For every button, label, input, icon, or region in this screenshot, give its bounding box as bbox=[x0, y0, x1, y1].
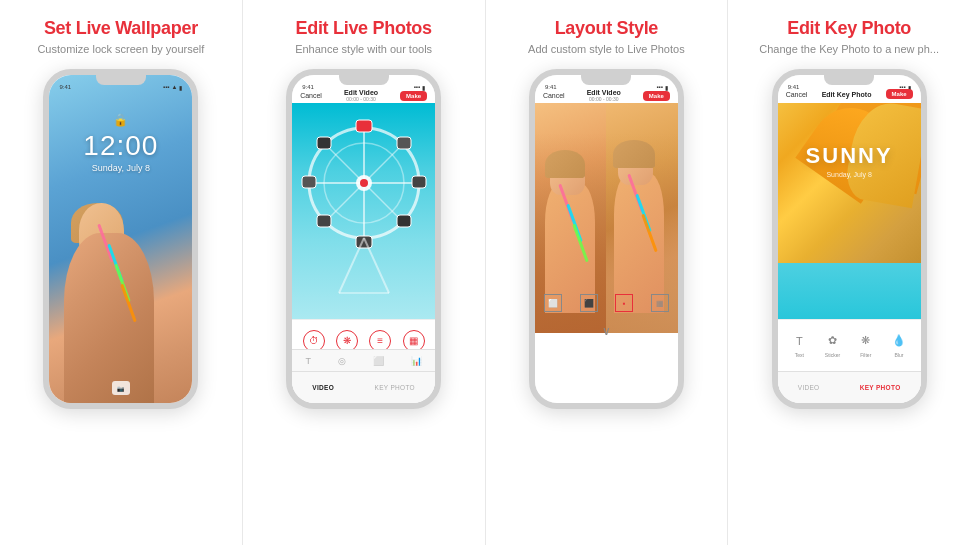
wallpaper-background: 9:41 ▪▪▪ ▲ ▮ 🔒 12:00 Sunday, July 8 bbox=[49, 75, 192, 403]
girl-left-hair bbox=[545, 150, 585, 178]
make-button-2[interactable]: Make bbox=[400, 91, 427, 101]
edit-header-4: Cancel Edit Key Photo Make bbox=[778, 89, 921, 99]
make-button-4[interactable]: Make bbox=[886, 89, 913, 99]
header-center-3: Edit Video 00:00 - 00:30 bbox=[587, 89, 621, 102]
key-toolbar-filter[interactable]: ❋ Filter bbox=[857, 332, 875, 358]
chevron-down-icon[interactable]: ∨ bbox=[602, 324, 611, 338]
svg-line-17 bbox=[364, 238, 389, 293]
phone-screen-3: 9:41 ▪▪▪ ▮ Cancel Edit Video 00:00 - 00:… bbox=[535, 75, 678, 403]
status-icons-1: ▪▪▪ ▲ ▮ bbox=[163, 84, 182, 91]
bottom-tabs-2: VIDEO KEY PHOTO bbox=[292, 371, 435, 403]
lock-icon: 🔒 bbox=[113, 113, 128, 127]
panel-4-title: Edit Key Photo bbox=[787, 18, 911, 39]
header-title-3: Edit Video bbox=[587, 89, 621, 96]
sunny-date: Sunday, July 8 bbox=[778, 171, 921, 178]
cancel-label-2[interactable]: Cancel bbox=[300, 92, 322, 99]
text-icon: T bbox=[790, 332, 808, 350]
panel-1-title: Set Live Wallpaper bbox=[44, 18, 198, 39]
svg-line-16 bbox=[339, 238, 364, 293]
panel-3-title: Layout Style bbox=[555, 18, 658, 39]
lock-time: 12:00 bbox=[83, 130, 158, 162]
key-toolbar: T Text ✿ Sticker ❋ Filter 💧 Blur bbox=[778, 319, 921, 369]
svg-rect-8 bbox=[302, 176, 316, 188]
phone-mockup-4: 9:41 ▪▪▪ ▮ Cancel Edit Key Photo Make SU… bbox=[772, 69, 927, 409]
panel-2-subtitle: Enhance style with our tools bbox=[295, 43, 432, 55]
svg-rect-6 bbox=[356, 120, 372, 132]
blur-icon: 💧 bbox=[890, 332, 908, 350]
phone-mockup-3: 9:41 ▪▪▪ ▮ Cancel Edit Video 00:00 - 00:… bbox=[529, 69, 684, 409]
panel-edit-key-photo: Edit Key Photo Change the Key Photo to a… bbox=[727, 0, 970, 545]
layout-icons-bar: ⬜ ⬛ ▪ ▦ bbox=[535, 288, 678, 318]
layout-icon-3[interactable]: ▪ bbox=[615, 294, 633, 312]
svg-rect-11 bbox=[397, 137, 411, 149]
header-center-2: Edit Video 00:00 - 00:30 bbox=[344, 89, 378, 102]
text-tab-icon[interactable]: T bbox=[306, 356, 312, 366]
signal-icon: ▪▪▪ bbox=[163, 84, 169, 91]
phone-notch-3 bbox=[581, 75, 631, 85]
header-timecode-2: 00:00 - 00:30 bbox=[346, 96, 375, 102]
svg-point-15 bbox=[360, 179, 368, 187]
ferris-wheel-background bbox=[292, 103, 435, 333]
tab-video-4[interactable]: VIDEO bbox=[798, 384, 820, 391]
status-time-1: 9:41 bbox=[59, 84, 71, 90]
battery-icon: ▮ bbox=[179, 84, 182, 91]
svg-rect-13 bbox=[397, 215, 411, 227]
text-label: Text bbox=[795, 352, 804, 358]
header-timecode-3: 00:00 - 00:30 bbox=[589, 96, 618, 102]
phone-screen-1: 9:41 ▪▪▪ ▲ ▮ 🔒 12:00 Sunday, July 8 bbox=[49, 75, 192, 403]
header-title-4: Edit Key Photo bbox=[822, 91, 872, 98]
wifi-icon: ▲ bbox=[171, 84, 177, 91]
lock-date: Sunday, July 8 bbox=[92, 163, 150, 173]
svg-rect-12 bbox=[317, 215, 331, 227]
girl-right-hair bbox=[613, 140, 655, 168]
tab-keyphoto-4[interactable]: KEY PHOTO bbox=[860, 384, 901, 391]
key-toolbar-blur[interactable]: 💧 Blur bbox=[890, 332, 908, 358]
filter-icon-4: ❋ bbox=[857, 332, 875, 350]
panel-2-title: Edit Live Photos bbox=[296, 18, 432, 39]
panel-edit-live-photos: Edit Live Photos Enhance style with our … bbox=[242, 0, 485, 545]
tab-keyphoto-2[interactable]: KEY PHOTO bbox=[375, 384, 415, 391]
panel-set-live-wallpaper: Set Live Wallpaper Customize lock screen… bbox=[0, 0, 242, 545]
panel-4-subtitle: Change the Key Photo to a new ph... bbox=[759, 43, 939, 55]
sticker-icon: ✿ bbox=[824, 332, 842, 350]
cancel-label-4[interactable]: Cancel bbox=[786, 91, 808, 98]
key-photo-background: SUNNY Sunday, July 8 bbox=[778, 103, 921, 263]
phone-notch-4 bbox=[824, 75, 874, 85]
panel-layout-style: Layout Style Add custom style to Live Ph… bbox=[485, 0, 728, 545]
sunny-text: SUNNY bbox=[778, 143, 921, 169]
layout-icon-2[interactable]: ⬛ bbox=[580, 294, 598, 312]
layout-icon-1[interactable]: ⬜ bbox=[544, 294, 562, 312]
tab-video-2[interactable]: VIDEO bbox=[312, 384, 334, 391]
header-title-2: Edit Video bbox=[344, 89, 378, 96]
phone-screen-4: 9:41 ▪▪▪ ▮ Cancel Edit Key Photo Make SU… bbox=[778, 75, 921, 403]
camera-icon: 📷 bbox=[112, 381, 130, 395]
sticker-tab-icon[interactable]: ◎ bbox=[338, 356, 346, 366]
key-toolbar-sticker[interactable]: ✿ Sticker bbox=[824, 332, 842, 358]
phone-mockup-2: 9:41 ▪▪▪ ▮ Cancel Edit Video 00:00 - 00:… bbox=[286, 69, 441, 409]
frame-tab-icon[interactable]: ⬜ bbox=[373, 356, 384, 366]
key-toolbar-text[interactable]: T Text bbox=[790, 332, 808, 358]
ferris-wheel-svg bbox=[299, 103, 429, 313]
phone-notch-2 bbox=[339, 75, 389, 85]
key-photo-bottom-strip bbox=[778, 263, 921, 323]
panel-1-subtitle: Customize lock screen by yourself bbox=[37, 43, 204, 55]
phone-notch-1 bbox=[96, 75, 146, 85]
blur-label: Blur bbox=[895, 352, 904, 358]
edit-header-3: Cancel Edit Video 00:00 - 00:30 Make bbox=[535, 89, 678, 102]
bottom-tabs-4: VIDEO KEY PHOTO bbox=[778, 371, 921, 403]
phone-mockup-1: 9:41 ▪▪▪ ▲ ▮ 🔒 12:00 Sunday, July 8 bbox=[43, 69, 198, 409]
edit-header-2: Cancel Edit Video 00:00 - 00:30 Make bbox=[292, 89, 435, 102]
sticker-label: Sticker bbox=[825, 352, 840, 358]
chart-tab-icon[interactable]: 📊 bbox=[411, 356, 422, 366]
svg-rect-9 bbox=[412, 176, 426, 188]
phone-screen-2: 9:41 ▪▪▪ ▮ Cancel Edit Video 00:00 - 00:… bbox=[292, 75, 435, 403]
panel-3-subtitle: Add custom style to Live Photos bbox=[528, 43, 685, 55]
layout-icon-4[interactable]: ▦ bbox=[651, 294, 669, 312]
svg-rect-7 bbox=[356, 236, 372, 248]
make-button-3[interactable]: Make bbox=[643, 91, 670, 101]
filter-label-4: Filter bbox=[860, 352, 871, 358]
cancel-label-3[interactable]: Cancel bbox=[543, 92, 565, 99]
chevron-bar: ∨ bbox=[535, 324, 678, 338]
svg-rect-10 bbox=[317, 137, 331, 149]
secondary-icons-2: T ◎ ⬜ 📊 bbox=[292, 349, 435, 371]
